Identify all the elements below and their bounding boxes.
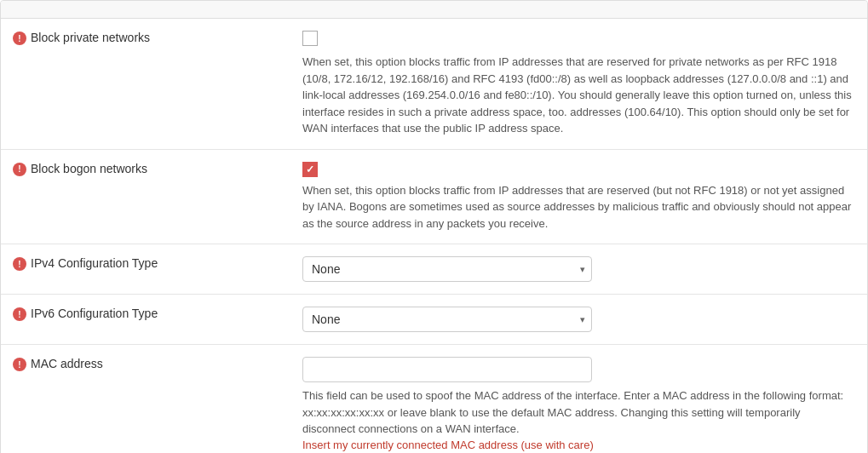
info-icon-ipv6-config-type: ! [13, 307, 26, 321]
checkbox-block-private-networks[interactable] [302, 31, 318, 46]
row-mac-address: ! MAC address This field can be used to … [1, 345, 867, 454]
config-panel: ! Block private networks When set, this … [0, 0, 868, 453]
select-wrapper-ipv6-config-type: NoneStatic IPv6DHCPv66rd Tunnel▾ [302, 307, 592, 332]
checkbox-block-bogon-networks[interactable] [302, 162, 318, 177]
checkbox-wrapper-block-private-networks [302, 31, 855, 49]
row-block-bogon-networks: ! Block bogon networks When set, this op… [1, 149, 867, 244]
info-icon-block-bogon-networks: ! [13, 163, 26, 176]
section-title [1, 1, 867, 19]
row-ipv6-config-type: ! IPv6 Configuration Type NoneStatic IPv… [1, 295, 867, 345]
info-icon-mac-address: ! [13, 358, 26, 371]
label-text-mac-address: MAC address [31, 357, 103, 370]
label-inner-ipv6-config-type: ! IPv6 Configuration Type [13, 307, 279, 321]
label-inner-mac-address: ! MAC address [13, 357, 279, 371]
select-wrapper-ipv4-config-type: NoneStatic IPDHCPPPPoE▾ [302, 256, 592, 282]
label-text-ipv4-config-type: IPv4 Configuration Type [31, 256, 158, 270]
info-icon-ipv4-config-type: ! [13, 257, 26, 271]
select-ipv6-config-type[interactable]: NoneStatic IPv6DHCPv66rd Tunnel [302, 307, 592, 332]
row-ipv4-config-type: ! IPv4 Configuration Type NoneStatic IPD… [1, 244, 867, 295]
checkbox-wrapper-block-bogon-networks [302, 162, 855, 177]
description-block-private-networks: When set, this option blocks traffic fro… [302, 54, 855, 137]
label-text-block-bogon-networks: Block bogon networks [31, 162, 147, 175]
link-mac-address[interactable]: Insert my currently connected MAC addres… [302, 439, 594, 451]
label-text-block-private-networks: Block private networks [31, 31, 150, 44]
description-block-bogon-networks: When set, this option blocks traffic fro… [302, 182, 855, 232]
label-text-ipv6-config-type: IPv6 Configuration Type [31, 307, 158, 320]
row-block-private-networks: ! Block private networks When set, this … [1, 19, 867, 149]
config-table: ! Block private networks When set, this … [1, 19, 867, 453]
select-ipv4-config-type[interactable]: NoneStatic IPDHCPPPPoE [302, 256, 592, 282]
label-inner-block-bogon-networks: ! Block bogon networks [13, 162, 279, 176]
input-mac-address[interactable] [302, 357, 592, 382]
label-inner-ipv4-config-type: ! IPv4 Configuration Type [13, 256, 279, 271]
label-inner-block-private-networks: ! Block private networks [13, 31, 279, 45]
description-mac-address: This field can be used to spoof the MAC … [302, 387, 855, 438]
info-icon-block-private-networks: ! [13, 32, 26, 45]
